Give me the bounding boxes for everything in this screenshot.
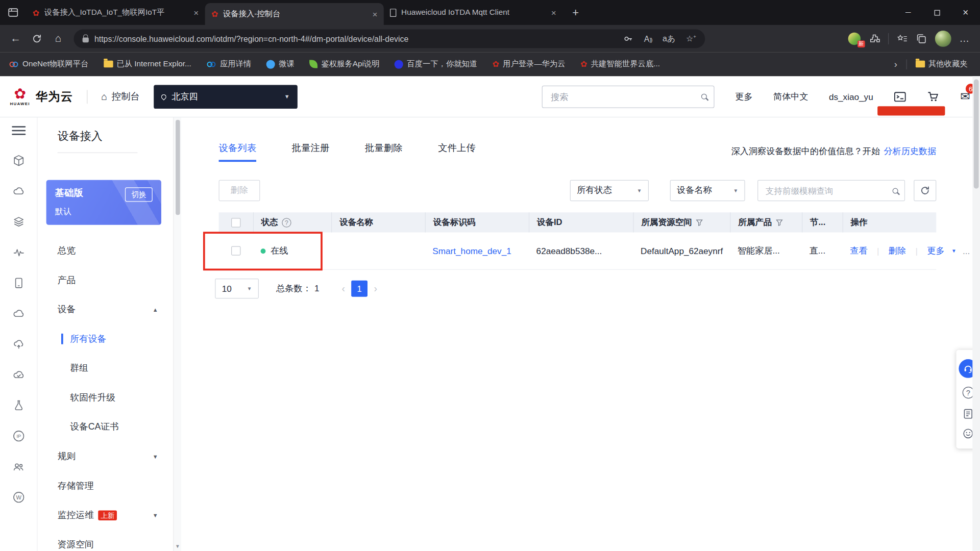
bookmark-huawei-login[interactable]: ✿ 用户登录—华为云: [492, 59, 565, 69]
tab-close-icon[interactable]: ×: [193, 8, 199, 18]
analyze-history-link[interactable]: 分析历史数据: [884, 146, 936, 158]
switch-edition-button[interactable]: 切换: [125, 187, 153, 202]
page-size-dropdown[interactable]: 10 ▼: [215, 279, 259, 298]
messages-button[interactable]: ✉ 6: [960, 89, 970, 104]
device-tablet-icon[interactable]: [12, 276, 26, 290]
filter-funnel-icon[interactable]: [696, 219, 703, 227]
sidebar-item-rules[interactable]: 规则▼: [37, 442, 173, 471]
prev-page-button[interactable]: ‹: [342, 283, 346, 294]
tab-close-icon[interactable]: ×: [551, 8, 556, 18]
add-favorite-icon[interactable]: ☆+: [686, 34, 696, 44]
layers-icon[interactable]: [12, 215, 26, 229]
refresh-button[interactable]: [26, 28, 47, 49]
extension-icon[interactable]: 新: [848, 33, 861, 45]
profile-avatar[interactable]: [935, 31, 951, 47]
delete-action[interactable]: 删除: [889, 245, 906, 257]
delete-button[interactable]: 删除: [219, 180, 260, 202]
bookmark-ie-folder[interactable]: 已从 Internet Explor...: [104, 59, 191, 69]
status-filter-dropdown[interactable]: 所有状态 ▼: [570, 180, 649, 202]
read-aloud-icon[interactable]: A)): [644, 34, 652, 43]
bookmark-baidu[interactable]: 百度一下，你就知道: [395, 59, 477, 69]
browser-tab-3[interactable]: Huaweicloud IoTDA Mqtt Client ×: [384, 0, 562, 25]
region-selector[interactable]: 北京四 ▼: [154, 85, 298, 109]
flask-icon[interactable]: [12, 398, 26, 412]
select-all-checkbox[interactable]: [231, 218, 240, 227]
cart-button[interactable]: [927, 91, 939, 103]
tab-close-icon[interactable]: ×: [373, 9, 378, 19]
sidebar-item-monitoring[interactable]: 监控运维上新▼: [37, 500, 173, 530]
maximize-button[interactable]: [922, 0, 951, 25]
search-icon[interactable]: [701, 94, 707, 99]
minimize-button[interactable]: ─: [894, 0, 922, 25]
product-box-icon[interactable]: [12, 154, 26, 167]
refresh-table-button[interactable]: [914, 180, 936, 202]
favorites-hub-icon[interactable]: [897, 34, 908, 44]
sidebar-item-storage[interactable]: 存储管理: [37, 471, 173, 500]
tab-file-upload[interactable]: 文件上传: [438, 142, 475, 162]
huawei-cloud-logo[interactable]: ✿ HUAWEI 华为云: [10, 87, 74, 106]
cloud-upload-icon[interactable]: [12, 337, 26, 351]
language-selector[interactable]: 简体中文: [773, 91, 808, 102]
new-tab-button[interactable]: +: [566, 4, 585, 21]
address-bar[interactable]: https://console.huaweicloud.com/iotdm/?r…: [74, 30, 705, 48]
field-filter-dropdown[interactable]: 设备名称 ▼: [670, 180, 745, 202]
sidebar-item-devices[interactable]: 设备▲: [37, 295, 173, 324]
user-group-icon[interactable]: [12, 460, 26, 473]
password-key-icon[interactable]: [623, 34, 633, 44]
sidebar-item-groups[interactable]: 群组: [37, 354, 173, 383]
console-home-link[interactable]: ⌂ 控制台: [101, 91, 140, 103]
collections-icon[interactable]: [916, 33, 927, 44]
hamburger-menu-icon[interactable]: [12, 126, 26, 135]
device-search-input[interactable]: [765, 185, 893, 196]
bookmark-huawei-world[interactable]: ✿ 共建智能世界云底...: [580, 59, 660, 69]
current-page-button[interactable]: 1: [351, 281, 368, 297]
close-button[interactable]: ×: [951, 0, 980, 25]
register-device-button-partial[interactable]: [877, 106, 945, 115]
url-text[interactable]: https://console.huaweicloud.com/iotdm/?r…: [94, 34, 618, 43]
device-search[interactable]: [757, 180, 905, 202]
page-scrollbar[interactable]: [972, 76, 980, 551]
search-icon[interactable]: [893, 188, 898, 193]
console-search[interactable]: [542, 85, 715, 108]
cloud-check-icon[interactable]: [12, 368, 26, 382]
view-action[interactable]: 查看: [850, 245, 867, 257]
sidebar-item-device-ca[interactable]: 设备CA证书: [37, 412, 173, 442]
bookmark-auth-api[interactable]: 鉴权服务Api说明: [309, 59, 379, 69]
node-id-link[interactable]: Smart_home_dev_1: [432, 246, 511, 256]
bookmark-onenet[interactable]: OneNet物联网平台: [9, 59, 88, 69]
other-favorites-folder[interactable]: 其他收藏夹: [915, 59, 967, 69]
translate-icon[interactable]: aあ: [663, 33, 675, 44]
bookmarks-overflow-icon[interactable]: ›: [894, 59, 897, 69]
earth-w-icon[interactable]: W: [12, 490, 26, 504]
help-icon[interactable]: ?: [282, 218, 291, 227]
account-menu[interactable]: ds_xiao_yu: [829, 91, 873, 102]
back-button[interactable]: ←: [5, 28, 27, 49]
browser-tab-2-active[interactable]: ✿ 设备接入-控制台 ×: [205, 3, 384, 25]
cloud-service-icon[interactable]: [12, 184, 26, 198]
tab-workspaces-button[interactable]: [0, 0, 26, 25]
scrollbar-down-arrow[interactable]: ▼: [174, 543, 181, 549]
home-button[interactable]: ⌂: [47, 28, 69, 49]
cli-button[interactable]: [894, 90, 906, 103]
filter-funnel-icon[interactable]: [776, 219, 783, 227]
scrollbar-thumb[interactable]: [974, 80, 979, 189]
cloud-icon[interactable]: [12, 307, 26, 320]
tab-batch-delete[interactable]: 批量删除: [365, 142, 402, 162]
bookmark-app-detail[interactable]: 应用详情: [206, 59, 251, 69]
tab-device-list[interactable]: 设备列表: [219, 142, 256, 162]
tab-batch-register[interactable]: 批量注册: [292, 142, 329, 162]
settings-more-icon[interactable]: …: [960, 33, 970, 44]
sidebar-scrollbar[interactable]: ▼: [173, 117, 181, 551]
sidebar-item-products[interactable]: 产品: [37, 265, 173, 295]
scrollbar-thumb[interactable]: [176, 120, 180, 215]
browser-tab-1[interactable]: ✿ 设备接入_IoTDA_IoT_物联网IoT平 ×: [26, 0, 205, 25]
pulse-monitor-icon[interactable]: [12, 245, 26, 259]
extensions-puzzle-icon[interactable]: [869, 33, 880, 44]
sidebar-item-resource-space[interactable]: 资源空间: [37, 530, 173, 551]
next-page-button[interactable]: ›: [374, 283, 377, 294]
console-search-input[interactable]: [550, 91, 702, 102]
sidebar-item-overview[interactable]: 总览: [37, 236, 173, 266]
more-action[interactable]: 更多: [927, 245, 944, 257]
sidebar-item-all-devices[interactable]: 所有设备: [37, 324, 173, 354]
bookmark-weike[interactable]: 微课: [266, 59, 295, 69]
